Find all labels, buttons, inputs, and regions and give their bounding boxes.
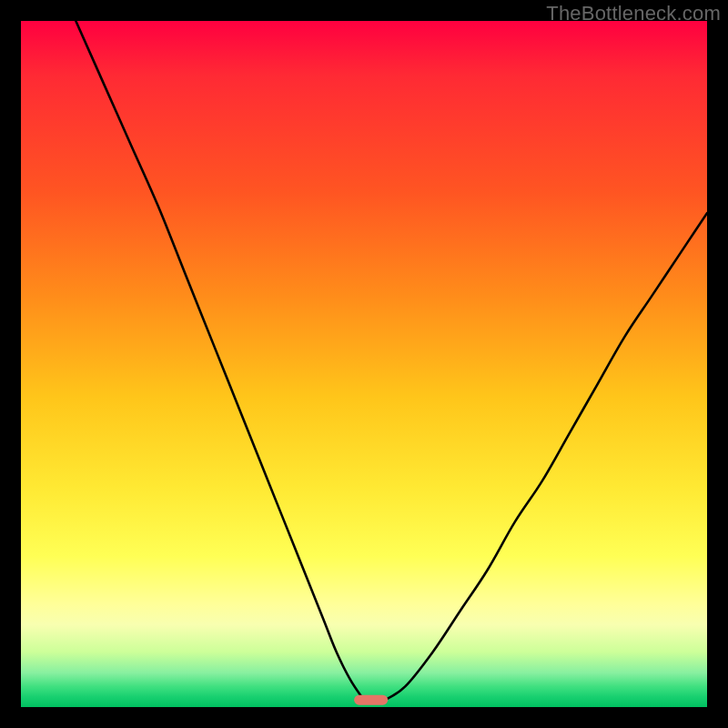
chart-frame: TheBottleneck.com [0,0,728,728]
watermark-text: TheBottleneck.com [546,2,721,25]
bottleneck-curve [21,21,707,707]
plot-area [21,21,707,707]
curve-left-branch [76,21,364,700]
optimal-point-marker [354,695,389,705]
curve-right-branch [385,213,707,700]
